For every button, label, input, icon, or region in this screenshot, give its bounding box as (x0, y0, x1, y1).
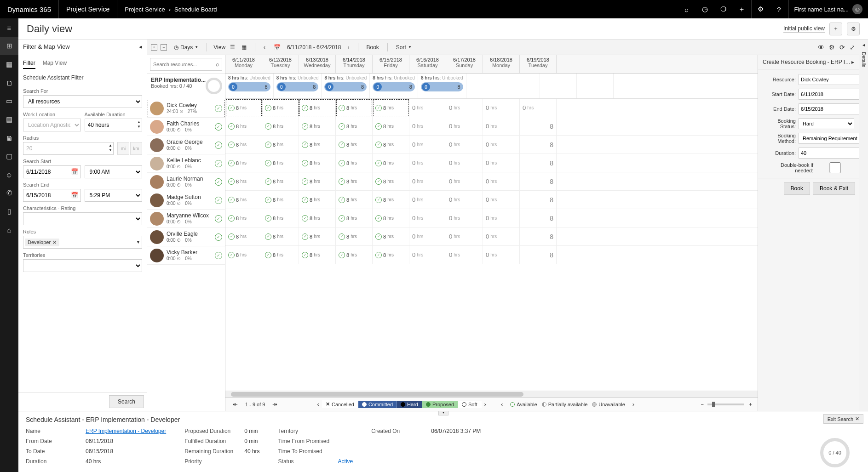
requirement-link[interactable]: ERP Implementation - Developer (86, 428, 166, 434)
book-exit-button[interactable]: Book & Exit (813, 182, 855, 195)
schedule-cell[interactable]: ✓8hrs (299, 117, 336, 135)
settings-button[interactable]: ⚙ (847, 23, 860, 35)
page-next-icon[interactable]: ↠ (270, 401, 280, 408)
exit-search-button[interactable]: Exit Search✕ (823, 414, 863, 424)
schedule-cell[interactable]: 0hrs (409, 117, 446, 135)
resource-row[interactable]: Maryanne Wilcox0:00 ⏲0%✓ (147, 210, 225, 228)
requirement-cell[interactable] (503, 74, 540, 98)
schedule-cell[interactable]: 0hrs (483, 227, 520, 245)
expand-icon[interactable]: + (151, 44, 157, 51)
search-end-date[interactable] (23, 189, 81, 202)
schedule-cell[interactable]: 8 (520, 227, 557, 245)
schedule-cell[interactable]: 8 (520, 246, 557, 264)
schedule-cell[interactable]: ✓8hrs (225, 209, 262, 227)
schedule-cell[interactable]: 0hrs (483, 154, 520, 172)
refresh-icon[interactable]: ⟳ (839, 44, 845, 51)
status-link[interactable]: Active (338, 458, 353, 465)
schedule-cell[interactable]: ✓8hrs (373, 117, 409, 135)
schedule-cell[interactable]: ✓8hrs (373, 246, 409, 264)
search-end-time[interactable]: 5:29 PM (85, 189, 143, 202)
rail-item[interactable]: ▢ (0, 147, 18, 165)
schedule-cell[interactable]: ✓8hrs (225, 136, 262, 154)
gear-icon[interactable]: ⚙ (752, 0, 770, 18)
unit-km-button[interactable]: km (130, 142, 142, 155)
menu-icon[interactable]: ≡ (0, 18, 18, 37)
schedule-cell[interactable]: 0hrs (446, 227, 483, 245)
help-icon[interactable]: ? (770, 0, 788, 18)
schedule-cell[interactable]: 0hrs (483, 191, 520, 209)
start-date-input[interactable] (799, 89, 859, 100)
double-book-checkbox[interactable] (816, 162, 854, 173)
rail-item[interactable]: ▯ (0, 202, 18, 221)
schedule-cell[interactable]: 8 (520, 191, 557, 209)
search-icon[interactable]: ⌕ (678, 0, 696, 18)
schedule-cell[interactable]: ✓8hrs (299, 154, 336, 172)
schedule-cell[interactable]: 0hrs (446, 246, 483, 264)
characteristics-select[interactable] (23, 212, 142, 225)
schedule-cell[interactable]: ✓8hrs (336, 117, 373, 135)
rail-item[interactable]: ▤ (0, 110, 18, 129)
expand-handle-icon[interactable]: ▾ (438, 411, 448, 415)
task-icon[interactable]: ◷ (696, 0, 714, 18)
schedule-cell[interactable]: ✓8hrs (373, 191, 409, 209)
search-start-time[interactable]: 9:00 AM (85, 165, 143, 178)
requirement-cell[interactable] (577, 74, 614, 98)
zoom-in-icon[interactable]: ＋ (748, 401, 753, 408)
chevron-left-icon[interactable]: ◂ (862, 42, 865, 47)
zoom-slider[interactable] (707, 404, 744, 405)
legend-next-icon[interactable]: › (482, 401, 489, 408)
requirement-cell[interactable]: 8 hrs hrs: Unbooked08 (370, 74, 418, 98)
schedule-cell[interactable]: ✓8hrs (262, 246, 299, 264)
schedule-cell[interactable]: ✓8hrs (299, 172, 336, 190)
schedule-cell[interactable]: 0hrs (409, 246, 446, 264)
avail-next-icon[interactable]: › (630, 401, 637, 408)
requirement-cell[interactable]: 8 hrs hrs: Unbooked08 (418, 74, 466, 98)
booking-method-select[interactable]: Remaining Requirement (799, 133, 859, 144)
close-icon[interactable]: ✕ (52, 239, 57, 245)
book-button[interactable]: Book (365, 43, 381, 51)
schedule-cell[interactable]: 0hrs (409, 99, 446, 117)
schedule-cell[interactable]: ✓8hrs (299, 191, 336, 209)
schedule-cell[interactable]: 0hrs (409, 136, 446, 154)
view-name[interactable]: Initial public view (783, 24, 825, 33)
schedule-cell[interactable]: 0hrs (483, 117, 520, 135)
work-location-select[interactable]: Location Agnostic (23, 119, 81, 131)
schedule-cell[interactable]: ✓8hrs (336, 99, 373, 117)
schedule-cell[interactable]: 0hrs (483, 172, 520, 190)
requirement-cell[interactable] (466, 74, 503, 98)
schedule-cell[interactable]: ✓8hrs (225, 246, 262, 264)
available-duration-input[interactable] (85, 119, 143, 131)
schedule-cell[interactable]: 8 (520, 117, 557, 135)
resource-search-input[interactable] (150, 58, 222, 71)
resource-row[interactable]: Vicky Barker0:00 ⏲0%✓ (147, 246, 225, 265)
horizontal-scrollbar[interactable] (225, 391, 758, 397)
schedule-cell[interactable]: ✓8hrs (373, 209, 409, 227)
schedule-cell[interactable]: ✓8hrs (225, 117, 262, 135)
schedule-cell[interactable]: 0hrs (409, 227, 446, 245)
rail-item[interactable]: ☺ (0, 165, 18, 184)
schedule-cell[interactable]: 0hrs (409, 209, 446, 227)
schedule-cell[interactable]: ✓8hrs (373, 99, 409, 117)
add-view-button[interactable]: ＋ (829, 23, 842, 35)
zoom-out-icon[interactable]: − (701, 402, 704, 407)
duration-input[interactable] (799, 148, 859, 159)
chevron-right-icon[interactable]: ▸ (851, 59, 854, 65)
requirement-cell[interactable]: 8 hrs hrs: Unbooked08 (322, 74, 370, 98)
schedule-cell[interactable]: 0hrs (483, 99, 520, 117)
schedule-cell[interactable]: 0hrs (483, 209, 520, 227)
status-cancelled[interactable]: ✕Cancelled (322, 400, 358, 408)
resource-row[interactable]: Gracie George0:00 ⏲0%✓ (147, 136, 225, 154)
breadcrumb-item[interactable]: Project Service (125, 6, 165, 13)
schedule-cell[interactable]: ✓8hrs (262, 117, 299, 135)
fullscreen-icon[interactable]: ⤢ (850, 44, 855, 51)
schedule-cell[interactable]: ✓8hrs (336, 172, 373, 190)
schedule-cell[interactable]: ✓8hrs (373, 227, 409, 245)
rail-item[interactable]: ✆ (0, 184, 18, 202)
schedule-cell[interactable]: 0hrs (409, 172, 446, 190)
user-menu[interactable]: First name Last na... ☺ (789, 4, 868, 14)
schedule-cell[interactable]: ✓8hrs (299, 246, 336, 264)
requirement-cell[interactable] (540, 74, 577, 98)
resource-row[interactable]: Kellie Leblanc0:00 ⏲0%✓ (147, 154, 225, 173)
rail-item[interactable]: ⊞ (0, 37, 18, 55)
rail-item[interactable]: ⌂ (0, 221, 18, 239)
